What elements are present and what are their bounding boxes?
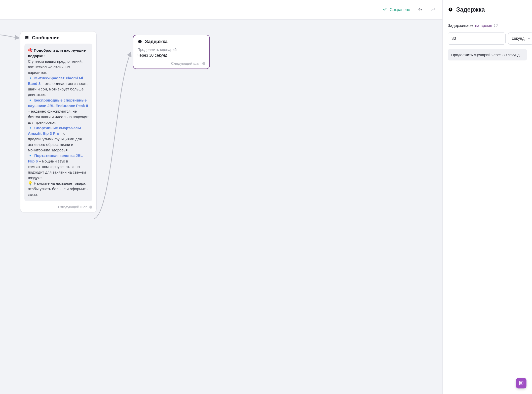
product-link[interactable]: Спортивные смарт-часы Amazfit Bip 3 Pro <box>28 126 81 136</box>
outlet-dot-icon[interactable] <box>89 206 92 209</box>
canvas[interactable]: Сообщение 🎯 Подобрали для вас лучшие под… <box>0 20 442 394</box>
support-chat-button[interactable] <box>516 378 526 388</box>
delay-unit-label: секунд <box>512 36 524 41</box>
product-link[interactable]: Беспроводные спортивные наушники JBL End… <box>28 98 88 108</box>
node-title: Задержка <box>145 39 168 44</box>
message-icon <box>24 35 29 40</box>
panel-title: Задержка <box>456 6 485 13</box>
next-step-outlet[interactable]: Следующий шаг <box>24 205 92 209</box>
message-intro: С учетом ваших предпочтений, вот несколь… <box>28 59 89 75</box>
delay-unit-select[interactable]: секунд <box>508 32 532 45</box>
message-body: 🎯 Подобрали для вас лучшие подарки! С уч… <box>24 44 92 201</box>
product-desc: – надежно фиксируются, не боятся влаги и… <box>28 109 89 124</box>
properties-panel: Задержка Задерживаем на время секунд Про… <box>442 0 532 394</box>
mode-label: Задерживаем <box>448 23 473 28</box>
clock-icon <box>137 39 142 44</box>
message-hint: 💡 Нажмите на название товара, чтобы узна… <box>28 181 89 197</box>
redo-button[interactable] <box>430 7 436 13</box>
outlet-dot-icon[interactable] <box>202 62 205 65</box>
delay-value-row: секунд <box>448 32 527 45</box>
panel-header: Задержка <box>443 0 532 18</box>
check-icon <box>383 7 387 13</box>
mode-value[interactable]: на время <box>475 23 492 28</box>
delay-subtitle: Продолжить сценарий <box>137 47 205 52</box>
delay-value-input[interactable] <box>448 32 506 45</box>
panel-body: Задерживаем на время секунд Продолжить с… <box>443 18 532 66</box>
next-step-outlet[interactable]: Следующий шаг <box>137 61 205 65</box>
message-node[interactable]: Сообщение 🎯 Подобрали для вас лучшие под… <box>20 31 97 212</box>
canvas-area: Сохранено Сообщение <box>0 0 442 394</box>
saved-label: Сохранено <box>390 8 410 12</box>
node-title: Сообщение <box>32 35 59 41</box>
delay-node[interactable]: Задержка Продолжить сценарий через 30 се… <box>133 35 210 69</box>
undo-button[interactable] <box>417 7 423 13</box>
chevron-down-icon <box>527 37 530 40</box>
swap-mode-icon[interactable] <box>494 23 498 28</box>
node-header: Задержка <box>137 39 205 44</box>
clock-icon <box>448 7 453 12</box>
message-headline: 🎯 Подобрали для вас лучшие подарки! <box>28 48 86 58</box>
delay-summary: Продолжить сценарий через 30 секунд <box>448 49 527 60</box>
delay-value-text: через 30 секунд <box>137 53 205 58</box>
next-step-label: Следующий шаг <box>171 61 200 65</box>
node-header: Сообщение <box>24 35 92 41</box>
delay-mode-row: Задерживаем на время <box>448 23 527 28</box>
topbar: Сохранено <box>0 0 442 20</box>
saved-indicator: Сохранено <box>383 7 410 13</box>
next-step-label: Следующий шаг <box>58 205 87 209</box>
